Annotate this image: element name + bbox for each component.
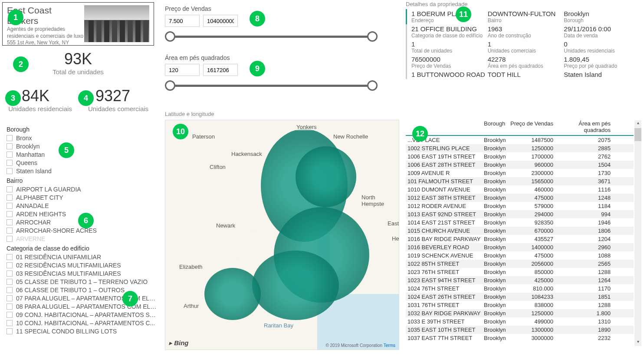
checkbox-icon[interactable] (7, 262, 13, 268)
checkbox-icon[interactable] (7, 203, 13, 209)
cell-borough: Brooklyn (484, 195, 510, 201)
borough-item[interactable]: Bronx (7, 135, 158, 142)
price-min-input[interactable] (165, 15, 200, 27)
price-slider-max-handle[interactable] (367, 31, 378, 42)
area-max-input[interactable] (203, 64, 238, 76)
borough-item[interactable]: Staten Island (7, 168, 158, 175)
category-item[interactable]: 02 RESIDÊNCIAS MULTIFAMILIARES (7, 262, 158, 269)
table-row[interactable]: 1014 EAST 21ST STREETBrooklyn9283501946 (406, 218, 634, 227)
cell-address: 1015 CHURCH AVENUE (406, 228, 484, 234)
details-row[interactable]: 1 BUTTONWOOD ROADTODT HILLStaten Island (406, 70, 640, 79)
checkbox-icon[interactable] (7, 271, 13, 277)
checkbox-icon[interactable] (7, 228, 13, 234)
th-area[interactable]: Área em pés quadrados (553, 120, 614, 133)
details-row[interactable]: 21 OFFICE BUILDINGCategoria de classe do… (406, 24, 640, 40)
map-terms-link[interactable]: Terms (384, 343, 395, 348)
table-row[interactable]: 1035 EAST 10TH STREETBrooklyn13000001890 (406, 326, 634, 334)
table-row[interactable]: 1009 AVENUE RBrooklyn23000001730 (406, 169, 634, 177)
area-slider-min-handle[interactable] (165, 80, 175, 91)
bing-logo: ▸ Bing (169, 339, 189, 347)
checkbox-icon[interactable] (7, 328, 13, 334)
table-row[interactable]: 1012 RODER AVENUEBrooklyn5790001184 (406, 202, 634, 210)
detail-value: 1 BOERUM PLACE (411, 10, 488, 17)
table-scrollbar[interactable]: ▴ ▾ (634, 120, 641, 346)
checkbox-icon[interactable] (7, 279, 13, 285)
checkbox-icon[interactable] (7, 312, 13, 318)
scroll-up-icon[interactable]: ▴ (634, 120, 641, 127)
table-row[interactable]: 1031 76TH STREETBrooklyn8380001288 (406, 301, 634, 309)
table-row[interactable]: 101 FALMOUTH STREETBrooklyn15650003671 (406, 177, 634, 185)
checkbox-icon[interactable] (7, 135, 13, 141)
checkbox-icon[interactable] (7, 143, 13, 149)
map-canvas[interactable]: Yonkers Paterson New Rochelle Hackensack… (165, 120, 399, 350)
checkbox-icon[interactable] (7, 211, 13, 217)
borough-item[interactable]: Brooklyn (7, 143, 158, 150)
checkbox-icon[interactable] (7, 160, 13, 166)
table-row[interactable]: 1023 EAST 94TH STREETBrooklyn4250001264 (406, 276, 634, 284)
area-min-input[interactable] (165, 64, 200, 76)
cell-area: 1248 (553, 195, 614, 201)
cell-price: 425000 (510, 277, 553, 284)
details-row[interactable]: 76500000Preço de Vendas42278Área em pés … (406, 55, 640, 70)
checkbox-icon[interactable] (7, 152, 13, 158)
checkbox-icon[interactable] (7, 287, 13, 293)
category-item[interactable]: 01 RESIDÊNCIA UNIFAMILIAR (7, 254, 158, 261)
table-row[interactable]: 1006 EAST 28TH STREETBrooklyn9600001504 (406, 161, 634, 169)
bairro-item[interactable]: AIRPORT LA GUARDIA (7, 186, 158, 193)
table-row[interactable]: 1023 76TH STREETBrooklyn8500001288 (406, 268, 634, 276)
cell-area: 1946 (553, 219, 614, 226)
table-row[interactable]: 1006 EAST 19TH STREETBrooklyn17000002762 (406, 152, 634, 161)
th-price[interactable]: Preço de Vendas (510, 120, 553, 133)
table-row[interactable]: 1016 BEVERLEY ROADBrooklyn14000002960 (406, 243, 634, 251)
category-item[interactable]: 11 SPECIAL CONDO BILLING LOTS (7, 328, 158, 335)
category-item[interactable]: 05 CLASSE DE TRIBUTO 1 – TERRENO VAZIO (7, 278, 158, 285)
details-row[interactable]: 1Total de unidades1Unidades comerciais0U… (406, 40, 640, 55)
table-row[interactable]: 1032 BAY RIDGE PARKWAYBrooklyn12500001.8… (406, 309, 634, 317)
bairro-item[interactable]: ALPHABET CITY (7, 194, 158, 201)
scroll-thumb[interactable] (634, 128, 641, 141)
checkbox-icon[interactable] (7, 195, 13, 201)
table-row[interactable]: 1016 BAY RIDGE PARKWAYBrooklyn4355271204 (406, 235, 634, 243)
table-row[interactable]: 1002 STERLING PLACEBrooklyn12500002885 (406, 144, 634, 152)
category-item[interactable]: 03 RESIDÊNCIAS MULTIFAMILIARES (7, 270, 158, 277)
checkbox-icon[interactable] (7, 168, 13, 174)
category-item[interactable]: 06 CLASSE DE TRIBUTO 1 – OUTROS (7, 287, 158, 294)
detail-value: 1 (411, 40, 488, 48)
price-slider-min-handle[interactable] (165, 31, 175, 42)
table-row[interactable]: 1037 EAST 7TH STREETBrooklyn30000002232 (406, 334, 634, 342)
company-addr: 555 1st Ave, New York, NY (7, 40, 84, 46)
area-slider-max-handle[interactable] (367, 80, 378, 91)
price-max-input[interactable] (203, 15, 238, 27)
table-row[interactable]: 1024 76TH STREETBrooklyn810.0001170 (406, 284, 634, 293)
price-slider-track[interactable] (165, 31, 378, 42)
table-row[interactable]: 1012 EAST 38TH STREETBrooklyn4750001248 (406, 194, 634, 202)
table-row[interactable]: 1022 85TH STREETBrooklyn20560002565 (406, 260, 634, 268)
bairro-item[interactable]: ANNADALE (7, 202, 158, 209)
th-borough[interactable]: Borough (484, 120, 510, 133)
scroll-down-icon[interactable]: ▾ (634, 339, 641, 346)
table-row[interactable]: 1024 EAST 26TH STREETBrooklyn10842331851 (406, 293, 634, 301)
bairro-item[interactable]: ARROCHAR-SHORE ACRES (7, 227, 158, 234)
checkbox-icon[interactable] (7, 219, 13, 225)
checkbox-icon[interactable] (7, 304, 13, 310)
bairro-item[interactable]: ARVERNE (7, 235, 158, 242)
table-row[interactable]: 1010 DUMONT AVENUEBrooklyn4600001116 (406, 185, 634, 194)
detail-label: Preço de Vendas (411, 63, 488, 69)
checkbox-icon[interactable] (7, 320, 13, 326)
checkbox-icon[interactable] (7, 236, 13, 242)
checkbox-icon[interactable] (7, 186, 13, 192)
borough-item[interactable]: Queens (7, 159, 158, 166)
borough-label: Queens (16, 159, 37, 166)
details-row[interactable]: 1 BOERUM PLACEEndereçoDOWNTOWN-FULTONBai… (406, 9, 640, 24)
category-item[interactable]: 09 CONJ. HABITACIONAL – APARTAMENTOS SE.… (7, 311, 158, 318)
checkbox-icon[interactable] (7, 254, 13, 260)
table-row[interactable]: 1019 SCHENCK AVENUEBrooklyn4750001088 (406, 251, 634, 260)
checkbox-icon[interactable] (7, 295, 13, 301)
area-slider-track[interactable] (165, 80, 378, 91)
table-row[interactable]: 1013 EAST 92ND STREETBrooklyn294000994 (406, 210, 634, 218)
borough-item[interactable]: Manhattan (7, 151, 158, 158)
table-row[interactable]: ...VE PLACEBrooklyn14875002075 (406, 136, 634, 144)
table-row[interactable]: 1033 E 39TH STREETBrooklyn4990001310 (406, 317, 634, 326)
table-row[interactable]: 1015 CHURCH AVENUEBrooklyn6700001806 (406, 227, 634, 235)
category-item[interactable]: 10 CONJ. HABITACIONAL – APARTAMENTOS C..… (7, 320, 158, 327)
